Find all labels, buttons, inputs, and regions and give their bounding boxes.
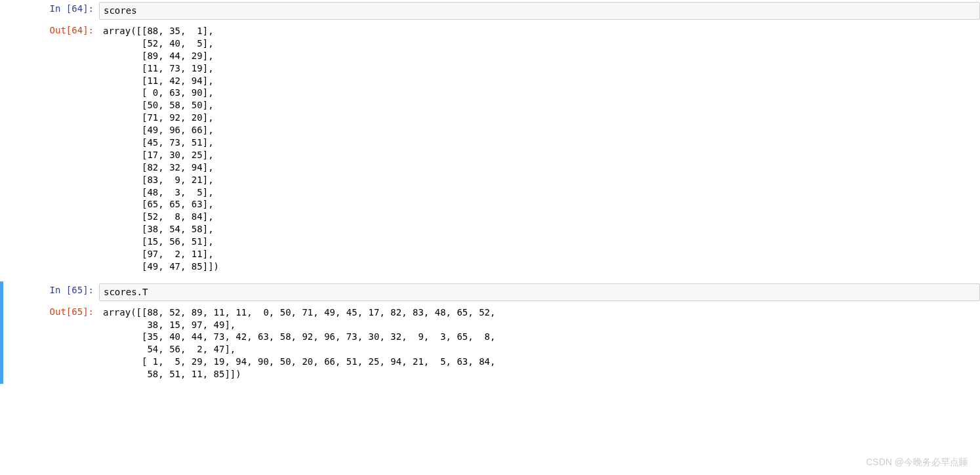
notebook-cell-64: In [64]: scores Out[64]: array([[88, 35,… <box>0 0 980 276</box>
code-input-row: In [64]: scores <box>6 0 980 22</box>
watermark-text: CSDN @今晚务必早点睡 <box>866 457 968 468</box>
in-prompt-label: In [65]: <box>6 281 99 303</box>
cell-spacer <box>0 276 980 281</box>
code-input-row: In [65]: scores.T <box>6 281 980 303</box>
code-output-area: array([[88, 35, 1], [52, 40, 5], [89, 44… <box>99 22 980 276</box>
code-output-row: Out[64]: array([[88, 35, 1], [52, 40, 5]… <box>6 22 980 276</box>
out-prompt-label: Out[64]: <box>6 22 99 276</box>
code-output-row: Out[65]: array([[88, 52, 89, 11, 11, 0, … <box>6 303 980 384</box>
code-input-wrapper: scores.T <box>99 281 980 303</box>
code-output-area: array([[88, 52, 89, 11, 11, 0, 50, 71, 4… <box>99 303 980 384</box>
in-prompt-label: In [64]: <box>6 0 99 22</box>
code-input-area[interactable]: scores <box>99 2 980 20</box>
out-prompt-label: Out[65]: <box>6 303 99 384</box>
code-input-wrapper: scores <box>99 0 980 22</box>
code-input-area[interactable]: scores.T <box>99 283 980 301</box>
notebook-cell-65: In [65]: scores.T Out[65]: array([[88, 5… <box>0 281 980 384</box>
